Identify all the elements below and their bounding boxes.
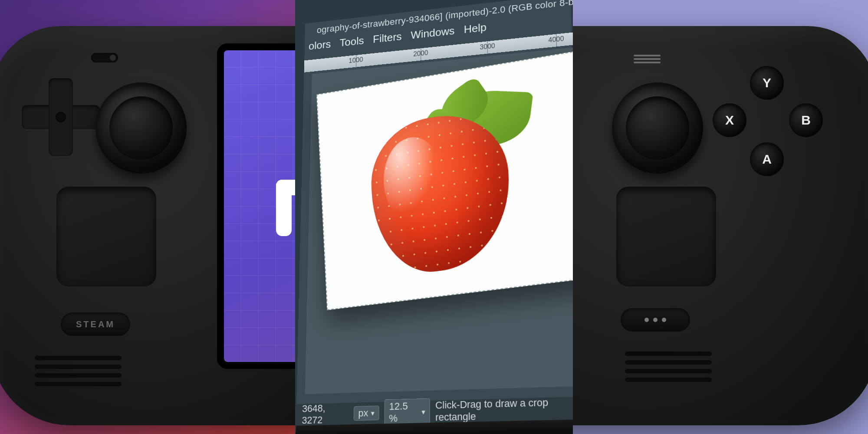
left-thumbstick[interactable] <box>95 82 187 174</box>
screen-logo-fragment <box>276 180 295 249</box>
view-button[interactable] <box>91 53 118 62</box>
status-coords: 3648, 3272 <box>302 402 349 427</box>
menu-tools[interactable]: Tools <box>339 34 364 49</box>
b-button[interactable]: B <box>789 103 823 137</box>
right-trackpad[interactable] <box>616 187 716 286</box>
right-thumbstick[interactable] <box>612 82 703 174</box>
gimp-canvas-area[interactable] <box>305 45 573 394</box>
face-buttons: Y B A X <box>716 69 820 174</box>
left-trackpad[interactable] <box>56 187 156 286</box>
panel-right-steamdeck: Follow ▶I ⋮ ommute37 min to Home41 min 0… <box>573 0 868 434</box>
panel-center-gimp-photo: ography-of-strawberry-934066] (imported)… <box>295 0 573 434</box>
menu-button[interactable] <box>634 55 661 63</box>
chevron-down-icon: ▾ <box>371 409 374 418</box>
a-button[interactable]: A <box>750 142 784 176</box>
menu-colors[interactable]: olors <box>309 38 331 53</box>
panel-left-steamdeck: STEAM <box>0 0 295 434</box>
steamdeck-body-right: Y B A X <box>573 26 868 425</box>
speaker-grille-left <box>35 356 122 386</box>
menu-windows[interactable]: Windows <box>411 24 454 42</box>
status-zoom-dropdown[interactable]: 12.5 %▾ <box>384 398 430 426</box>
x-button[interactable]: X <box>713 103 746 137</box>
chevron-down-icon: ▾ <box>421 408 425 416</box>
y-button[interactable]: Y <box>750 66 784 100</box>
speaker-grille-right <box>625 352 712 382</box>
menu-filters[interactable]: Filters <box>373 30 402 46</box>
menu-help[interactable]: Help <box>464 21 487 36</box>
steam-button[interactable]: STEAM <box>61 312 130 336</box>
status-hint: Click-Drag to draw a crop rectangle <box>435 395 573 424</box>
quick-access-button[interactable] <box>621 308 690 332</box>
status-unit-dropdown[interactable]: px▾ <box>353 406 379 421</box>
gimp-image-canvas[interactable] <box>316 51 573 310</box>
deck-screen-left-slice <box>217 43 295 369</box>
dpad[interactable] <box>22 78 100 156</box>
